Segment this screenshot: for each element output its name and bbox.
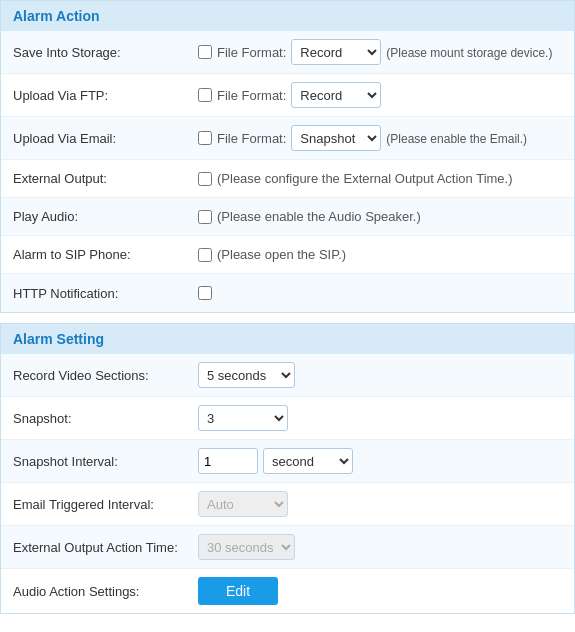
save-into-storage-content: File Format: Record Snapshot (Please mou… [198,39,562,65]
external-output-checkbox[interactable] [198,172,212,186]
play-audio-checkbox[interactable] [198,210,212,224]
record-video-sections-select[interactable]: 5 seconds 10 seconds 20 seconds 30 secon… [198,362,295,388]
ftp-file-format-select[interactable]: Record Snapshot [291,82,381,108]
save-file-format-select[interactable]: Record Snapshot [291,39,381,65]
email-triggered-interval-row: Email Triggered Interval: Auto [1,483,574,526]
alarm-to-sip-checkbox[interactable] [198,248,212,262]
external-output-action-time-row: External Output Action Time: 30 seconds [1,526,574,569]
alarm-to-sip-row: Alarm to SIP Phone: (Please open the SIP… [1,236,574,274]
email-triggered-interval-content: Auto [198,491,562,517]
snapshot-row: Snapshot: 1 2 3 4 5 [1,397,574,440]
snapshot-select[interactable]: 1 2 3 4 5 [198,405,288,431]
alarm-setting-header: Alarm Setting [1,324,574,354]
save-into-storage-row: Save Into Storage: File Format: Record S… [1,31,574,74]
http-notification-content [198,286,562,300]
snapshot-content: 1 2 3 4 5 [198,405,562,431]
save-file-format-label: File Format: [217,45,286,60]
alarm-to-sip-label: Alarm to SIP Phone: [13,247,198,262]
alarm-setting-section: Alarm Setting Record Video Sections: 5 s… [0,323,575,614]
audio-action-settings-edit-button[interactable]: Edit [198,577,278,605]
alarm-to-sip-text: (Please open the SIP.) [217,247,346,262]
snapshot-interval-unit-select[interactable]: second seconds [263,448,353,474]
external-output-label: External Output: [13,171,198,186]
snapshot-label: Snapshot: [13,411,198,426]
external-output-action-time-select[interactable]: 30 seconds [198,534,295,560]
upload-via-email-checkbox[interactable] [198,131,212,145]
save-into-storage-checkbox[interactable] [198,45,212,59]
snapshot-interval-label: Snapshot Interval: [13,454,198,469]
upload-via-email-row: Upload Via Email: File Format: Record Sn… [1,117,574,160]
snapshot-interval-content: second seconds [198,448,562,474]
http-notification-label: HTTP Notification: [13,286,198,301]
http-notification-row: HTTP Notification: [1,274,574,312]
snapshot-interval-row: Snapshot Interval: second seconds [1,440,574,483]
play-audio-label: Play Audio: [13,209,198,224]
upload-via-email-note: (Please enable the Email.) [386,132,527,146]
play-audio-content: (Please enable the Audio Speaker.) [198,209,562,224]
upload-via-ftp-content: File Format: Record Snapshot [198,82,562,108]
record-video-sections-row: Record Video Sections: 5 seconds 10 seco… [1,354,574,397]
audio-action-settings-row: Audio Action Settings: Edit [1,569,574,613]
upload-via-email-label: Upload Via Email: [13,131,198,146]
external-output-content: (Please configure the External Output Ac… [198,171,562,186]
http-notification-checkbox[interactable] [198,286,212,300]
upload-via-ftp-row: Upload Via FTP: File Format: Record Snap… [1,74,574,117]
external-output-action-time-content: 30 seconds [198,534,562,560]
email-file-format-select[interactable]: Record Snapshot [291,125,381,151]
save-into-storage-note: (Please mount storage device.) [386,46,552,60]
external-output-row: External Output: (Please configure the E… [1,160,574,198]
play-audio-row: Play Audio: (Please enable the Audio Spe… [1,198,574,236]
audio-action-settings-content: Edit [198,577,562,605]
email-triggered-interval-select[interactable]: Auto [198,491,288,517]
record-video-sections-label: Record Video Sections: [13,368,198,383]
upload-via-ftp-label: Upload Via FTP: [13,88,198,103]
save-into-storage-label: Save Into Storage: [13,45,198,60]
snapshot-interval-input[interactable] [198,448,258,474]
email-triggered-interval-label: Email Triggered Interval: [13,497,198,512]
upload-via-email-content: File Format: Record Snapshot (Please ena… [198,125,562,151]
alarm-to-sip-content: (Please open the SIP.) [198,247,562,262]
alarm-action-section: Alarm Action Save Into Storage: File For… [0,0,575,313]
alarm-action-header: Alarm Action [1,1,574,31]
external-output-text: (Please configure the External Output Ac… [217,171,513,186]
play-audio-text: (Please enable the Audio Speaker.) [217,209,421,224]
record-video-sections-content: 5 seconds 10 seconds 20 seconds 30 secon… [198,362,562,388]
ftp-file-format-label: File Format: [217,88,286,103]
audio-action-settings-label: Audio Action Settings: [13,584,198,599]
upload-via-ftp-checkbox[interactable] [198,88,212,102]
email-file-format-label: File Format: [217,131,286,146]
external-output-action-time-label: External Output Action Time: [13,540,198,555]
